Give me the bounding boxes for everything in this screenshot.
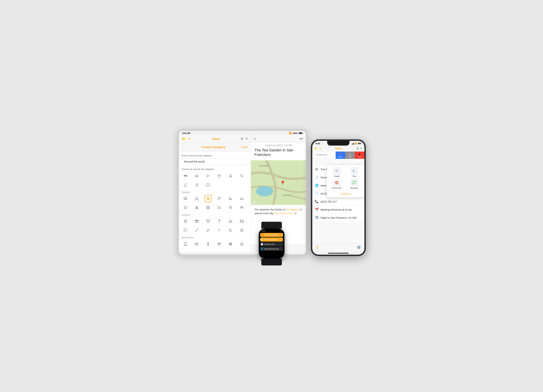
icon-cell-gamepad[interactable] xyxy=(193,172,201,180)
cc-save-button[interactable]: Save xyxy=(242,146,248,149)
icon-cell-binoculars[interactable] xyxy=(238,204,246,211)
cc-name-input[interactable] xyxy=(182,158,248,165)
list-item-flight[interactable]: ✈️ Flight to San Francisco: LH 454 › xyxy=(312,214,364,222)
icon-cell-anchor[interactable] xyxy=(227,204,234,211)
search-google-btn[interactable]: G Google xyxy=(332,167,342,177)
icon-cell-search[interactable] xyxy=(238,172,246,180)
watch-item-tea-house[interactable]: 🖼 The Tea House i... xyxy=(260,238,283,242)
icon-cell-office[interactable] xyxy=(182,240,189,248)
iphone-wifi-icon: 📶 xyxy=(355,142,357,145)
icon-cell-golf[interactable] xyxy=(193,181,201,189)
ipad-nav-bar: 📁 ▼ Inbox ☰ ✎ xyxy=(179,135,251,143)
icon-cell-crescent[interactable] xyxy=(227,226,234,234)
sort-icon[interactable]: ☰ xyxy=(241,137,243,141)
icon-cell-camera[interactable] xyxy=(204,204,212,211)
watch-back-label[interactable]: < Inbox xyxy=(260,230,283,232)
share-messages-btn[interactable]: Messages xyxy=(349,179,359,189)
icon-cell-tv[interactable] xyxy=(204,181,212,189)
icon-cell-museum[interactable] xyxy=(215,240,223,248)
icon-cell-luggage[interactable] xyxy=(193,204,201,211)
wifi-icon: 📶 xyxy=(289,132,292,134)
icon-cell-plane[interactable] xyxy=(227,195,234,202)
ipad-status-bar: 9:41 AM 📶 100% xyxy=(179,131,306,135)
icon-cell-film[interactable] xyxy=(238,217,246,225)
ipad-nav-title: Inbox xyxy=(212,137,220,141)
icon-cell-cocktail[interactable] xyxy=(215,217,223,225)
icon-cell-gift[interactable] xyxy=(193,217,201,225)
icon-cell-ship[interactable] xyxy=(215,204,223,211)
list-item-phone[interactable]: 📞 (415) 752-117 xyxy=(312,198,364,206)
back-arrows-icon[interactable]: ↖ xyxy=(254,137,256,141)
svg-point-71 xyxy=(336,182,338,183)
search-bing-btn[interactable]: b Bing xyxy=(349,167,359,177)
svg-point-72 xyxy=(336,182,337,183)
icon-cell-theater[interactable] xyxy=(227,217,234,225)
list-item-meeting[interactable]: 📅 Meeting tomorrow at 10 am › xyxy=(312,206,364,214)
swipe-more-btn[interactable]: ••• More xyxy=(345,152,355,159)
icon-cell-ski[interactable] xyxy=(182,181,189,189)
iphone-settings-icon[interactable]: ⚙️ xyxy=(357,245,361,249)
icon-cell-house[interactable] xyxy=(238,240,246,248)
more-dots-icon[interactable]: ••• xyxy=(300,137,303,141)
item-title-meeting: Meeting tomorrow at 10 am xyxy=(321,208,359,211)
svg-rect-11 xyxy=(184,198,187,200)
iphone-menu-icon[interactable]: ☰ xyxy=(316,245,319,249)
iphone-compose-icon[interactable]: ✎ xyxy=(360,147,362,150)
svg-rect-63 xyxy=(231,244,232,245)
icon-cell-knife[interactable] xyxy=(204,172,212,180)
iphone-sort-icon[interactable]: ☰ xyxy=(356,147,359,150)
icon-cell-photo[interactable] xyxy=(182,195,189,202)
iphone-notch xyxy=(327,141,350,146)
iphone-folder-icon[interactable]: 📁 xyxy=(314,147,318,150)
iphone-home-bar xyxy=(312,252,364,255)
icon-cell-car[interactable] xyxy=(238,195,246,202)
ipad-right-topbar: ↖ ••• xyxy=(251,135,306,143)
icon-cell-chat[interactable] xyxy=(182,226,189,234)
svg-rect-34 xyxy=(240,220,243,222)
icon-cell-star[interactable] xyxy=(238,226,246,234)
ipad-detail-body: The Japanese Tea Garden at 75 Hagiwara i… xyxy=(251,205,306,218)
watch-item-web[interactable]: 🌐 www.sftravel.com xyxy=(260,247,283,251)
watch-item-grocery[interactable]: 📄 Grocery List xyxy=(260,242,283,246)
svg-text:G: G xyxy=(336,170,337,172)
icon-cell-factory[interactable] xyxy=(193,240,201,248)
swipe-maps-btn[interactable]: 📍 Maps xyxy=(336,152,345,159)
icon-cell-soccer[interactable] xyxy=(215,172,223,180)
ipad-device: 9:41 AM 📶 100% 📁 ▼ xyxy=(177,129,307,256)
iphone-filter-icon[interactable]: ▼ xyxy=(319,147,322,150)
watch-band-top xyxy=(261,222,282,229)
icon-cell-info[interactable] xyxy=(182,204,189,211)
map-legal: Legal xyxy=(252,202,257,204)
filter-icon[interactable]: ▼ xyxy=(188,137,191,141)
icon-cell-flag[interactable] xyxy=(215,195,223,202)
cc-name-label: Enter a name for this category: xyxy=(182,154,248,157)
icon-cell-monument[interactable] xyxy=(204,240,212,248)
iphone-bottom-bar: ☰ ⚙️ xyxy=(312,243,364,252)
svg-point-33 xyxy=(231,221,232,222)
icon-cell-bank[interactable] xyxy=(227,240,234,248)
icon-cell-navigate[interactable] xyxy=(193,195,201,202)
icon-cell-swim[interactable] xyxy=(227,172,234,180)
svg-text:b: b xyxy=(353,170,354,172)
customize-btn[interactable]: Customize xyxy=(328,192,363,196)
cc-back-button[interactable]: ‹ xyxy=(182,145,183,149)
compose-icon[interactable]: ✎ xyxy=(245,137,248,141)
search-duckduckgo-btn[interactable]: DuckDuckGo xyxy=(332,179,342,189)
ipad-left-panel: 📁 ▼ Inbox ☰ ✎ ‹ Create Category Sa xyxy=(179,135,251,252)
svg-point-3 xyxy=(241,175,243,177)
icon-cell-hammer[interactable] xyxy=(204,226,212,234)
svg-point-13 xyxy=(186,198,187,198)
svg-rect-46 xyxy=(184,242,187,245)
svg-rect-53 xyxy=(185,245,186,245)
folder-icon[interactable]: 📁 xyxy=(182,137,186,141)
icon-cell-cross[interactable] xyxy=(215,226,223,234)
icon-cell-trophy[interactable] xyxy=(204,217,212,225)
icon-cell-bike[interactable] xyxy=(182,172,189,180)
icon-cell-magic[interactable] xyxy=(193,226,201,234)
watch-item-tea-garden[interactable]: 📍 The Tea Garden i... xyxy=(260,233,283,237)
icon-cell-globe[interactable] xyxy=(204,195,212,202)
cc-icon-label: Choose an icon for this category: xyxy=(182,168,248,170)
create-category-panel: ‹ Create Category Save Enter a name for … xyxy=(179,143,251,252)
icon-cell-cake[interactable] xyxy=(182,217,189,225)
swipe-trash-btn[interactable]: 🗑 Trash xyxy=(355,152,364,159)
